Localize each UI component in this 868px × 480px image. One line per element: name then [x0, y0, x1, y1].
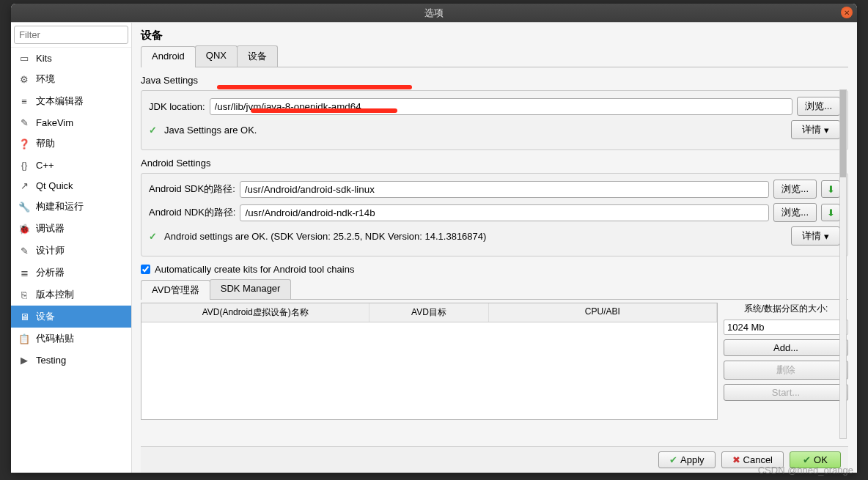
cpp-icon: {}: [18, 159, 30, 171]
sidebar-item-cpp[interactable]: {}C++: [11, 155, 131, 175]
sidebar-item-label: 环境: [36, 73, 55, 86]
chevron-down-icon: ▾: [824, 231, 829, 242]
sidebar-item-kits[interactable]: ▭Kits: [11, 48, 131, 68]
sidebar-item-help[interactable]: ❓帮助: [11, 133, 131, 155]
cancel-icon: ✖: [732, 454, 740, 465]
tab-android[interactable]: Android: [141, 46, 196, 67]
java-details-button[interactable]: 详情▾: [791, 120, 840, 139]
sidebar-item-label: Qt Quick: [36, 180, 73, 191]
ndk-label: Android NDK的路径:: [149, 206, 235, 219]
ndk-download-button[interactable]: ⬇: [821, 204, 840, 221]
main-panel: 设备 AndroidQNX设备 Java Settings JDK locati…: [132, 23, 857, 473]
sidebar-item-label: 代码粘贴: [36, 332, 74, 345]
check-icon: ✔: [669, 454, 677, 465]
avd-start-button: Start...: [724, 384, 848, 401]
vcs-icon: ⎘: [18, 289, 30, 300]
sidebar-item-label: 调试器: [36, 222, 65, 235]
sidebar-item-label: 设计师: [36, 244, 65, 257]
check-icon: ✓: [149, 231, 157, 242]
window-title: 选项: [424, 7, 444, 20]
dialog-footer: ✔Apply ✖Cancel ✔OK: [141, 446, 848, 473]
text-icon: ≡: [18, 95, 30, 107]
main-tabs: AndroidQNX设备: [141, 45, 848, 67]
test-icon: ▶: [18, 354, 30, 366]
avd-col-cpu: CPU/ABI: [489, 303, 717, 322]
build-icon: 🔧: [18, 201, 30, 213]
device-icon: 🖥: [18, 311, 30, 322]
close-icon[interactable]: ✕: [841, 7, 853, 18]
sidebar-item-design[interactable]: ✎设计师: [11, 240, 131, 262]
category-list: ▭Kits⚙环境≡文本编辑器✎FakeVim❓帮助{}C++↗Qt Quick🔧…: [11, 48, 131, 473]
sidebar-item-qt[interactable]: ↗Qt Quick: [11, 175, 131, 196]
tab-qnx[interactable]: QNX: [195, 45, 238, 67]
page-title: 设备: [141, 29, 848, 43]
sidebar: ▭Kits⚙环境≡文本编辑器✎FakeVim❓帮助{}C++↗Qt Quick🔧…: [11, 23, 132, 473]
avd-table[interactable]: AVD(Android虚拟设备)名称 AVD目标 CPU/ABI: [141, 303, 718, 420]
autokits-label: Automatically create kits for Android to…: [155, 264, 354, 275]
avd-delete-button: 删除: [724, 361, 848, 380]
sidebar-item-vim[interactable]: ✎FakeVim: [11, 112, 131, 133]
ndk-browse-button[interactable]: 浏览...: [773, 203, 817, 222]
android-details-button[interactable]: 详情▾: [791, 226, 840, 245]
scrollbar[interactable]: [839, 89, 847, 439]
qt-icon: ↗: [18, 180, 30, 191]
sidebar-item-label: Kits: [36, 53, 52, 64]
sidebar-item-debug[interactable]: 🐞调试器: [11, 218, 131, 240]
vim-icon: ✎: [18, 117, 30, 128]
check-icon: ✔: [803, 454, 811, 465]
android-status: Android settings are OK. (SDK Version: 2…: [164, 231, 486, 242]
chevron-down-icon: ▾: [824, 125, 829, 136]
kits-icon: ▭: [18, 52, 30, 64]
content-area: Java Settings JDK location: 浏览... ✓ Java…: [141, 67, 848, 446]
sidebar-item-test[interactable]: ▶Testing: [11, 350, 131, 370]
sidebar-item-label: 帮助: [36, 137, 55, 150]
manager-tab-1[interactable]: SDK Manager: [210, 279, 292, 299]
manager-tab-0[interactable]: AVD管理器: [141, 280, 210, 300]
sidebar-item-env[interactable]: ⚙环境: [11, 68, 131, 90]
avd-add-button[interactable]: Add...: [724, 339, 848, 356]
cancel-button[interactable]: ✖Cancel: [721, 451, 784, 468]
sidebar-item-vcs[interactable]: ⎘版本控制: [11, 284, 131, 306]
download-icon: ⬇: [827, 184, 835, 195]
sidebar-item-label: 分析器: [36, 266, 65, 279]
analyze-icon: ≣: [18, 267, 30, 278]
titlebar: 选项 ✕: [11, 4, 857, 22]
java-status: Java Settings are OK.: [164, 125, 257, 136]
design-icon: ✎: [18, 245, 30, 256]
autokits-checkbox[interactable]: [141, 265, 150, 274]
partition-size-label: 系统/数据分区的大小:: [724, 303, 848, 315]
sdk-input[interactable]: [240, 181, 769, 198]
android-group: Android SDK的路径: 浏览... ⬇ Android NDK的路径: …: [141, 173, 848, 256]
sidebar-item-device[interactable]: 🖥设备: [11, 306, 131, 328]
sdk-browse-button[interactable]: 浏览...: [773, 180, 817, 199]
debug-icon: 🐞: [18, 223, 30, 235]
sidebar-item-paste[interactable]: 📋代码粘贴: [11, 328, 131, 350]
jdk-label: JDK location:: [149, 101, 205, 112]
avd-side-panel: 系统/数据分区的大小: ▲▼ Add... 删除 Start...: [724, 303, 848, 420]
java-section-title: Java Settings: [141, 75, 848, 86]
filter-input[interactable]: [14, 26, 128, 44]
ndk-input[interactable]: [240, 204, 769, 221]
download-icon: ⬇: [827, 207, 835, 218]
sidebar-item-label: 设备: [36, 310, 55, 323]
manager-tabs: AVD管理器SDK Manager: [141, 279, 848, 300]
sidebar-item-analyze[interactable]: ≣分析器: [11, 262, 131, 284]
sdk-download-button[interactable]: ⬇: [821, 180, 840, 198]
sidebar-item-label: Testing: [36, 355, 66, 366]
check-icon: ✓: [149, 125, 157, 136]
sidebar-item-label: 文本编辑器: [36, 95, 84, 108]
jdk-browse-button[interactable]: 浏览...: [797, 97, 840, 116]
partition-size-input[interactable]: [727, 322, 848, 333]
ok-button[interactable]: ✔OK: [790, 451, 841, 468]
sidebar-item-text[interactable]: ≡文本编辑器: [11, 90, 131, 112]
sidebar-item-label: C++: [36, 160, 54, 171]
sidebar-item-label: 构建和运行: [36, 200, 84, 213]
jdk-input[interactable]: [210, 98, 793, 115]
tab-设备[interactable]: 设备: [237, 45, 278, 67]
env-icon: ⚙: [18, 73, 30, 85]
sdk-label: Android SDK的路径:: [149, 182, 235, 196]
avd-col-target: AVD目标: [369, 303, 488, 322]
sidebar-item-build[interactable]: 🔧构建和运行: [11, 196, 131, 218]
apply-button[interactable]: ✔Apply: [658, 451, 716, 468]
java-group: JDK location: 浏览... ✓ Java Settings are …: [141, 90, 848, 150]
